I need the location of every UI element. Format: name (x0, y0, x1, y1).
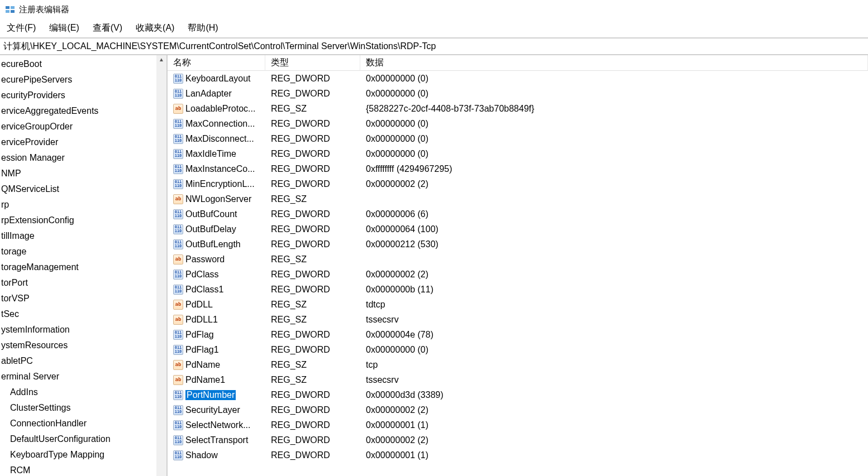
tree-scrollbar[interactable]: ▲ (156, 55, 166, 476)
tree-item[interactable]: NMP (0, 166, 166, 181)
tree-item[interactable]: erviceProvider (0, 134, 166, 150)
value-row[interactable]: 011 110PdFlagREG_DWORD0x0000004e (78) (168, 327, 868, 342)
tree-item[interactable]: ecurePipeServers (0, 72, 166, 88)
value-name: SecurityLayer (185, 405, 240, 415)
address-bar[interactable]: 计算机\HKEY_LOCAL_MACHINE\SYSTEM\CurrentCon… (0, 37, 868, 55)
value-name: Shadow (185, 450, 218, 460)
tree-item[interactable]: erviceAggregatedEvents (0, 103, 166, 119)
tree-item[interactable]: AddIns (0, 384, 166, 400)
tree-item[interactable]: QMServiceList (0, 181, 166, 197)
tree-item[interactable]: ystemInformation (0, 322, 166, 338)
tree-pane[interactable]: ecureBootecurePipeServersecurityProvider… (0, 55, 168, 476)
values-list: 011 110KeyboardLayoutREG_DWORD0x00000000… (168, 71, 868, 476)
value-name-cell: abLoadableProtoc... (168, 104, 265, 114)
column-header-type[interactable]: 类型 (265, 55, 360, 71)
value-row[interactable]: 011 110KeyboardLayoutREG_DWORD0x00000000… (168, 71, 868, 86)
value-row[interactable]: abPdDLL1REG_SZtssecsrv (168, 312, 868, 327)
svg-rect-2 (6, 10, 9, 13)
value-row[interactable]: 011 110SecurityLayerREG_DWORD0x00000002 … (168, 402, 868, 417)
tree-item[interactable]: torageManagement (0, 259, 166, 275)
value-row[interactable]: 011 110PdClass1REG_DWORD0x0000000b (11) (168, 282, 868, 297)
menu-help[interactable]: 帮助(H) (184, 21, 221, 35)
value-row[interactable]: abPdNameREG_SZtcp (168, 357, 868, 372)
value-type: REG_DWORD (265, 179, 360, 189)
value-row[interactable]: 011 110MaxInstanceCo...REG_DWORD0xffffff… (168, 161, 868, 176)
value-name: PdFlag (185, 330, 214, 340)
menu-favorites[interactable]: 收藏夹(A) (132, 21, 178, 35)
value-row[interactable]: 011 110MaxIdleTimeREG_DWORD0x00000000 (0… (168, 146, 868, 161)
tree-item[interactable]: ecureBoot (0, 56, 166, 72)
tree-item[interactable]: KeyboardType Mapping (0, 447, 166, 463)
value-row[interactable]: 011 110ShadowREG_DWORD0x00000001 (1) (168, 448, 868, 463)
value-type: REG_DWORD (265, 345, 360, 355)
value-row[interactable]: 011 110LanAdapterREG_DWORD0x00000000 (0) (168, 86, 868, 101)
value-name: PdClass (185, 270, 219, 280)
tree-item[interactable]: ClusterSettings (0, 400, 166, 416)
column-header-name[interactable]: 名称 (168, 55, 265, 71)
menu-edit[interactable]: 编辑(E) (46, 21, 82, 35)
value-row[interactable]: 011 110SelectNetwork...REG_DWORD0x000000… (168, 417, 868, 432)
value-type: REG_DWORD (265, 134, 360, 144)
tree-item[interactable]: RCM (0, 463, 166, 476)
tree-item[interactable]: abletPC (0, 353, 166, 369)
value-row[interactable]: 011 110PortNumberREG_DWORD0x00000d3d (33… (168, 387, 868, 402)
tree-item[interactable]: torPort (0, 275, 166, 291)
tree-item[interactable]: ConnectionHandler (0, 416, 166, 431)
value-name: KeyboardLayout (185, 74, 251, 84)
value-name-cell: 011 110KeyboardLayout (168, 74, 265, 84)
value-name-cell: 011 110MaxInstanceCo... (168, 164, 265, 174)
values-header: 名称 类型 数据 (168, 55, 868, 71)
value-data: 0x0000004e (78) (360, 330, 868, 340)
value-row[interactable]: 011 110MaxDisconnect...REG_DWORD0x000000… (168, 131, 868, 146)
value-row[interactable]: 011 110OutBufDelayREG_DWORD0x00000064 (1… (168, 222, 868, 237)
svg-rect-3 (11, 10, 15, 13)
tree-item[interactable]: DefaultUserConfiguration (0, 431, 166, 447)
value-row[interactable]: 011 110MinEncryptionL...REG_DWORD0x00000… (168, 176, 868, 191)
value-name-cell: abPdName1 (168, 375, 265, 385)
value-type: REG_DWORD (265, 405, 360, 415)
app-icon (4, 4, 16, 15)
value-type: REG_DWORD (265, 435, 360, 445)
value-row[interactable]: 011 110PdClassREG_DWORD0x00000002 (2) (168, 267, 868, 282)
tree-list: ecureBootecurePipeServersecurityProvider… (0, 55, 166, 476)
value-name-cell: 011 110PdFlag (168, 330, 265, 340)
value-row[interactable]: 011 110PdFlag1REG_DWORD0x00000000 (0) (168, 342, 868, 357)
tree-item[interactable]: ession Manager (0, 150, 166, 166)
menu-view[interactable]: 查看(V) (89, 21, 126, 35)
tree-item[interactable]: ecurityProviders (0, 88, 166, 103)
tree-item[interactable]: ystemResources (0, 338, 166, 353)
column-header-data[interactable]: 数据 (360, 55, 868, 71)
tree-item[interactable]: rp (0, 197, 166, 213)
dword-value-icon: 011 110 (173, 390, 183, 400)
scroll-up-icon[interactable]: ▲ (159, 55, 164, 64)
tree-item[interactable]: tSec (0, 306, 166, 322)
value-name-cell: 011 110OutBufDelay (168, 224, 265, 234)
values-pane: 名称 类型 数据 011 110KeyboardLayoutREG_DWORD0… (168, 55, 868, 476)
dword-value-icon: 011 110 (173, 420, 183, 430)
value-row[interactable]: 011 110SelectTransportREG_DWORD0x0000000… (168, 432, 868, 448)
value-name: Password (185, 254, 225, 265)
value-name: PortNumber (185, 390, 236, 400)
tree-item[interactable]: torVSP (0, 291, 166, 306)
tree-item[interactable]: erminal Server (0, 369, 166, 384)
value-row[interactable]: 011 110MaxConnection...REG_DWORD0x000000… (168, 116, 868, 131)
tree-item[interactable]: rpExtensionConfig (0, 213, 166, 228)
value-row[interactable]: abPasswordREG_SZ (168, 252, 868, 267)
value-row[interactable]: abLoadableProtoc...REG_SZ{5828227c-20cf-… (168, 101, 868, 116)
value-row[interactable]: abNWLogonServerREG_SZ (168, 191, 868, 206)
string-value-icon: ab (173, 300, 183, 310)
value-row[interactable]: 011 110OutBufLengthREG_DWORD0x00000212 (… (168, 237, 868, 252)
value-name: PdName1 (185, 375, 225, 385)
menu-file[interactable]: 文件(F) (3, 21, 39, 35)
value-data: 0x00000000 (0) (360, 134, 868, 144)
value-row[interactable]: 011 110OutBufCountREG_DWORD0x00000006 (6… (168, 206, 868, 222)
dword-value-icon: 011 110 (173, 209, 183, 219)
value-row[interactable]: abPdDLLREG_SZtdtcp (168, 297, 868, 312)
dword-value-icon: 011 110 (173, 435, 183, 445)
value-row[interactable]: abPdName1REG_SZtssecsrv (168, 372, 868, 387)
tree-item[interactable]: tillImage (0, 228, 166, 244)
value-name-cell: abPdName (168, 360, 265, 370)
value-type: REG_SZ (265, 194, 360, 204)
tree-item[interactable]: torage (0, 244, 166, 259)
tree-item[interactable]: erviceGroupOrder (0, 119, 166, 134)
